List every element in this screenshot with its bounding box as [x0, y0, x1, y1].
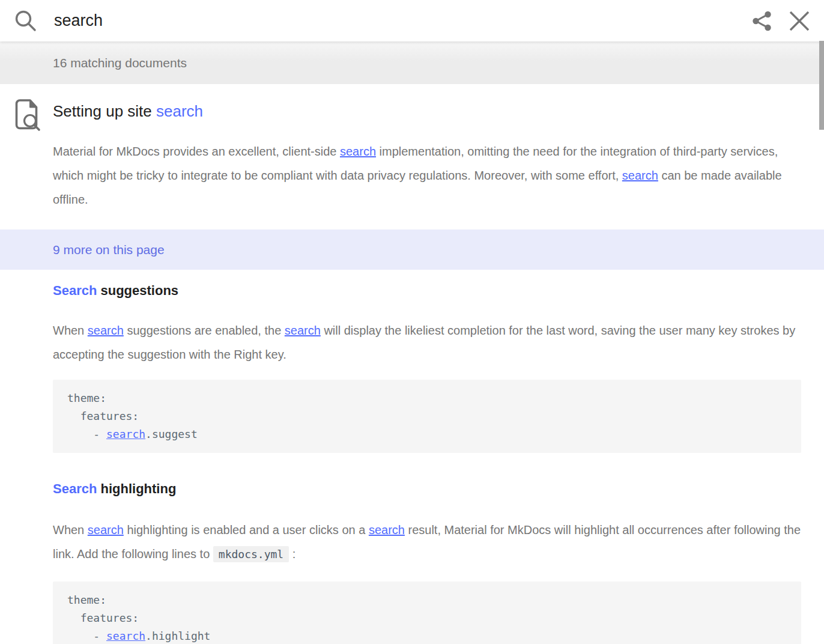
section-heading: Search suggestions — [53, 282, 801, 300]
result-section-highlighting: Search highlighting When search highligh… — [53, 480, 801, 644]
search-input[interactable] — [54, 11, 751, 30]
file-search-icon — [13, 98, 41, 134]
search-result-item[interactable]: Setting up site search Material for MkDo… — [0, 84, 824, 644]
section-body: When search highlighting is enabled and … — [53, 518, 801, 567]
result-count-bar: 16 matching documents — [0, 41, 824, 84]
close-icon — [788, 10, 811, 32]
section-body: When search suggestions are enabled, the… — [53, 318, 801, 366]
more-on-this-page-button[interactable]: 9 more on this page — [0, 229, 824, 270]
result-section-suggestions: Search suggestions When search suggestio… — [53, 282, 801, 453]
close-button[interactable] — [788, 10, 811, 32]
code-block-search-highlight: theme: features: - search.highlight — [53, 582, 801, 644]
scrollbar-thumb[interactable] — [819, 41, 824, 130]
code-block-search-suggest: theme: features: - search.suggest — [53, 380, 801, 453]
section-heading: Search highlighting — [53, 480, 801, 498]
search-bar — [0, 0, 824, 41]
result-teaser: Material for MkDocs provides an excellen… — [53, 139, 801, 211]
search-icon — [13, 9, 37, 33]
search-results: Setting up site search Material for MkDo… — [0, 84, 824, 644]
share-button[interactable] — [751, 10, 774, 32]
share-icon — [751, 10, 774, 32]
result-count-text: 16 matching documents — [53, 56, 187, 70]
search-overlay: 16 matching documents Setting up site se… — [0, 0, 824, 644]
result-title: Setting up site search — [53, 84, 801, 123]
